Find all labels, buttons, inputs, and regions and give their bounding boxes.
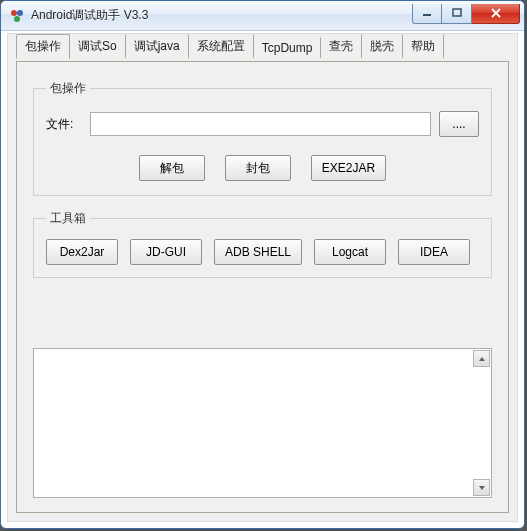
tab-tcpdump[interactable]: TcpDump bbox=[254, 37, 322, 58]
scroll-down-button[interactable] bbox=[473, 479, 490, 496]
file-label: 文件: bbox=[46, 116, 82, 133]
close-button[interactable] bbox=[472, 4, 520, 24]
client-area: 包操作 调试So 调试java 系统配置 TcpDump 查壳 脱壳 帮助 包操… bbox=[7, 33, 518, 522]
svg-point-2 bbox=[14, 16, 20, 22]
app-icon bbox=[9, 8, 25, 24]
tab-debug-java[interactable]: 调试java bbox=[126, 34, 189, 58]
tab-strip: 包操作 调试So 调试java 系统配置 TcpDump 查壳 脱壳 帮助 bbox=[8, 34, 517, 58]
exe2jar-button[interactable]: EXE2JAR bbox=[311, 155, 386, 181]
maximize-button[interactable] bbox=[442, 4, 472, 24]
titlebar[interactable]: Android调试助手 V3.3 bbox=[1, 1, 524, 31]
window-title: Android调试助手 V3.3 bbox=[31, 7, 412, 24]
svg-point-1 bbox=[17, 10, 23, 16]
unpack-button[interactable]: 解包 bbox=[139, 155, 205, 181]
file-row: 文件: .... bbox=[46, 111, 479, 137]
svg-point-0 bbox=[11, 10, 17, 16]
toolbox-legend: 工具箱 bbox=[46, 210, 90, 227]
package-action-row: 解包 封包 EXE2JAR bbox=[46, 155, 479, 181]
minimize-button[interactable] bbox=[412, 4, 442, 24]
logcat-button[interactable]: Logcat bbox=[314, 239, 386, 265]
log-textarea[interactable] bbox=[33, 348, 492, 498]
app-window: Android调试助手 V3.3 包操作 调试So 调试java 系统配置 Tc… bbox=[0, 0, 525, 529]
tab-help[interactable]: 帮助 bbox=[403, 34, 444, 58]
dex2jar-button[interactable]: Dex2Jar bbox=[46, 239, 118, 265]
svg-rect-4 bbox=[453, 9, 461, 16]
pack-button[interactable]: 封包 bbox=[225, 155, 291, 181]
tab-package-ops[interactable]: 包操作 bbox=[16, 34, 70, 59]
adbshell-button[interactable]: ADB SHELL bbox=[214, 239, 302, 265]
tab-panel-package-ops: 包操作 文件: .... 解包 封包 EXE2JAR 工具箱 Dex2Jar J… bbox=[16, 61, 509, 513]
tab-unshell[interactable]: 脱壳 bbox=[362, 34, 403, 58]
idea-button[interactable]: IDEA bbox=[398, 239, 470, 265]
window-controls bbox=[412, 4, 520, 24]
toolbox-row: Dex2Jar JD-GUI ADB SHELL Logcat IDEA bbox=[46, 239, 479, 265]
tab-check-shell[interactable]: 查壳 bbox=[321, 34, 362, 58]
scroll-up-button[interactable] bbox=[473, 350, 490, 367]
toolbox-group: 工具箱 Dex2Jar JD-GUI ADB SHELL Logcat IDEA bbox=[33, 210, 492, 278]
tab-system-config[interactable]: 系统配置 bbox=[189, 34, 254, 58]
tab-debug-so[interactable]: 调试So bbox=[70, 34, 126, 58]
browse-button[interactable]: .... bbox=[439, 111, 479, 137]
svg-rect-3 bbox=[423, 14, 431, 16]
jdgui-button[interactable]: JD-GUI bbox=[130, 239, 202, 265]
package-ops-group: 包操作 文件: .... 解包 封包 EXE2JAR bbox=[33, 80, 492, 196]
package-ops-legend: 包操作 bbox=[46, 80, 90, 97]
file-input[interactable] bbox=[90, 112, 431, 136]
